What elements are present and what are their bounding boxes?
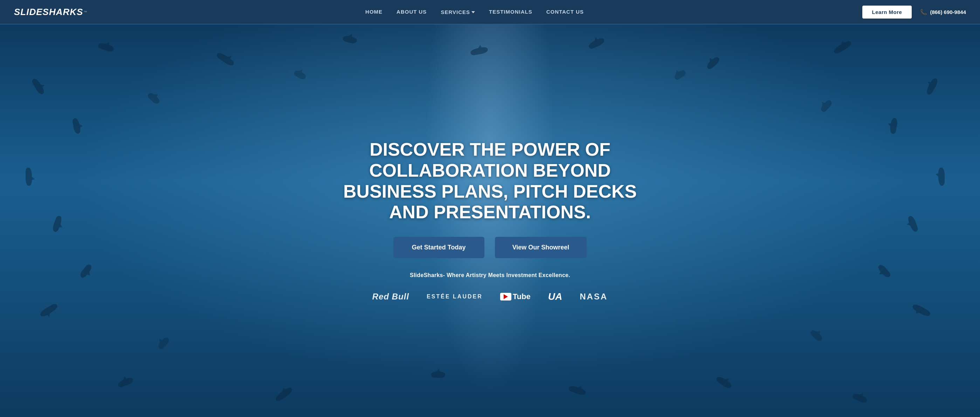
estee-lauder-logo: ESTÉE LAUDER — [426, 293, 483, 300]
under-armour-logo: UA — [548, 291, 562, 302]
phone-section: 📞 (866) 690-9844 — [920, 9, 966, 15]
nav-link-services[interactable]: SERVICES — [441, 9, 475, 15]
nav-item-testimonials[interactable]: TESTIMONIALS — [489, 9, 532, 15]
logo-slide: SLIDE — [14, 6, 43, 17]
youtube-text: Tube — [513, 292, 531, 301]
nav-item-about[interactable]: ABOUT US — [396, 9, 426, 15]
nav-item-contact[interactable]: CONTACT US — [546, 9, 584, 15]
nav-link-testimonials[interactable]: TESTIMONIALS — [489, 9, 532, 15]
phone-icon: 📞 — [920, 9, 927, 15]
nasa-logo: NASA — [580, 292, 608, 301]
nav-right: Learn More 📞 (866) 690-9844 — [862, 6, 966, 19]
brand-logos: Red Bull ESTÉE LAUDER Tube UA NASA — [339, 291, 641, 302]
hero-title: DISCOVER THE POWER OF COLLABORATION BEYO… — [339, 139, 641, 223]
redbull-logo: Red Bull — [372, 292, 409, 301]
logo-sharks: SHARKS — [43, 6, 83, 17]
phone-number: (866) 690-9844 — [930, 9, 966, 15]
chevron-down-icon — [471, 11, 475, 13]
hero-tagline: SlideSharks- Where Artistry Meets Invest… — [339, 272, 641, 279]
youtube-triangle-icon — [504, 294, 508, 299]
hero-section: DISCOVER THE POWER OF COLLABORATION BEYO… — [0, 24, 980, 417]
youtube-logo: Tube — [500, 292, 531, 301]
view-showreel-button[interactable]: View Our Showreel — [495, 237, 587, 258]
nav-link-home[interactable]: HOME — [365, 9, 382, 15]
hero-content: DISCOVER THE POWER OF COLLABORATION BEYO… — [332, 139, 648, 302]
nav-item-services[interactable]: SERVICES — [441, 9, 475, 15]
nav-item-home[interactable]: HOME — [365, 9, 382, 15]
get-started-button[interactable]: Get Started Today — [393, 237, 484, 258]
nav-link-contact[interactable]: CONTACT US — [546, 9, 584, 15]
learn-more-button[interactable]: Learn More — [862, 6, 912, 19]
nav-link-about[interactable]: ABOUT US — [396, 9, 426, 15]
navbar: SLIDESHARKS™ HOME ABOUT US SERVICES TEST… — [0, 0, 980, 24]
hero-buttons: Get Started Today View Our Showreel — [339, 237, 641, 258]
logo[interactable]: SLIDESHARKS™ — [14, 6, 87, 17]
youtube-play-icon — [500, 293, 511, 301]
logo-tm: ™ — [83, 10, 87, 14]
nav-links: HOME ABOUT US SERVICES TESTIMONIALS CONT… — [365, 9, 584, 15]
